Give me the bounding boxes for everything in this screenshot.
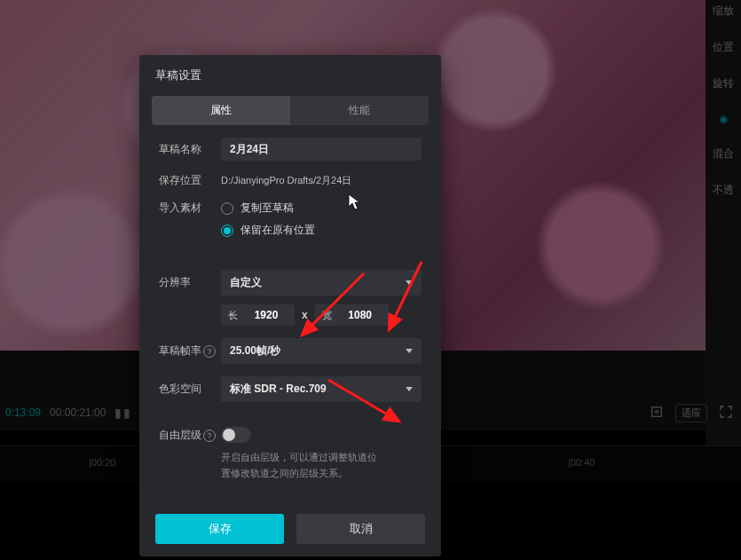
- fps-select[interactable]: 25.00帧/秒: [221, 338, 422, 364]
- import-label: 导入素材: [159, 201, 221, 216]
- chevron-down-icon: [406, 280, 413, 285]
- dialog-title: 草稿设置: [139, 55, 441, 92]
- free-layer-label: 自由层级?: [159, 428, 221, 443]
- radio-off-icon: [221, 202, 233, 215]
- radio-on-icon: [221, 225, 233, 237]
- chevron-down-icon: [406, 387, 413, 391]
- import-option-copy[interactable]: 复制至草稿: [221, 201, 315, 216]
- width-box[interactable]: 长: [221, 304, 295, 326]
- fps-label: 草稿帧率?: [159, 343, 221, 359]
- resolution-label: 分辨率: [159, 275, 221, 290]
- width-label: 长: [228, 309, 238, 322]
- draft-settings-dialog: 草稿设置 属性 性能 草稿名称 保存位置 D:/JianyingPro Draf…: [139, 55, 441, 556]
- tab-properties[interactable]: 属性: [152, 96, 290, 125]
- resolution-value: 自定义: [230, 275, 262, 290]
- height-label: 宽: [322, 309, 332, 322]
- help-icon[interactable]: ?: [203, 430, 216, 442]
- height-box[interactable]: 宽: [315, 304, 389, 326]
- save-path-value: D:/JianyingPro Drafts/2月24日: [221, 174, 351, 187]
- colorspace-select[interactable]: 标准 SDR - Rec.709: [221, 376, 422, 402]
- colorspace-value: 标准 SDR - Rec.709: [230, 382, 327, 397]
- import-copy-text: 复制至草稿: [240, 201, 294, 216]
- cancel-button[interactable]: 取消: [296, 514, 425, 544]
- width-input[interactable]: [245, 308, 288, 322]
- colorspace-label: 色彩空间: [159, 382, 221, 397]
- chevron-down-icon: [406, 349, 413, 353]
- draft-name-input[interactable]: [221, 138, 422, 161]
- draft-name-label: 草稿名称: [159, 142, 221, 157]
- free-layer-description: 开启自由层级，可以通过调整轨道位 置修改轨道之间的层级关系。: [221, 450, 422, 481]
- height-input[interactable]: [339, 308, 382, 322]
- toggle-knob: [223, 429, 235, 441]
- tab-performance[interactable]: 性能: [290, 96, 429, 125]
- resolution-select[interactable]: 自定义: [221, 270, 422, 296]
- import-option-keep[interactable]: 保留在原有位置: [221, 223, 315, 238]
- import-keep-text: 保留在原有位置: [240, 223, 315, 238]
- save-button[interactable]: 保存: [155, 514, 284, 544]
- free-layer-toggle[interactable]: [221, 427, 251, 443]
- dialog-tabs: 属性 性能: [152, 96, 429, 125]
- dimension-x: x: [302, 309, 308, 321]
- help-icon[interactable]: ?: [203, 345, 216, 358]
- save-path-label: 保存位置: [159, 173, 221, 188]
- fps-value: 25.00帧/秒: [230, 343, 280, 359]
